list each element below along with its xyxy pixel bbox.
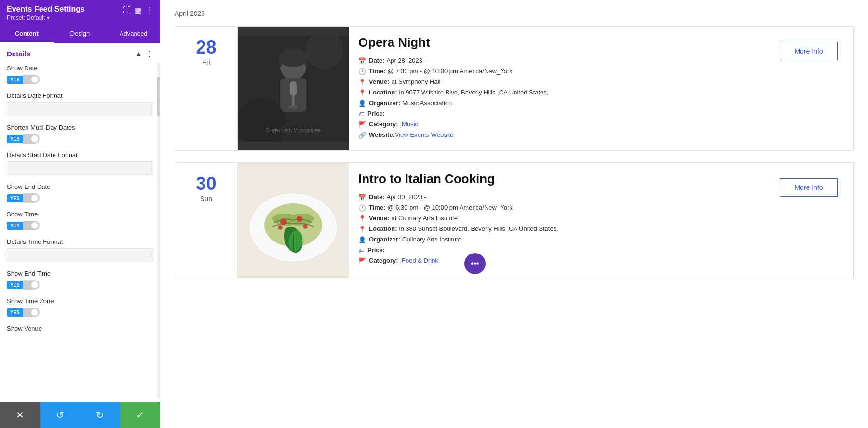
- show-timezone-label: Show Time Zone: [7, 297, 153, 305]
- panel-preset[interactable]: Preset: Default ▾: [7, 14, 85, 21]
- svg-point-14: [280, 218, 287, 225]
- details-time-format-field: Details Time Format: [7, 238, 153, 262]
- event-image-2: [238, 163, 349, 278]
- tab-design[interactable]: Design: [54, 25, 107, 43]
- svg-point-15: [297, 216, 302, 222]
- show-date-toggle[interactable]: YES: [7, 75, 153, 84]
- details-date-format-input[interactable]: [7, 102, 153, 116]
- detail-category-row: 🚩 Category: | Music: [358, 120, 770, 128]
- event-day-num: 28: [196, 38, 216, 56]
- more-info-wrap-2: More Info: [780, 163, 853, 278]
- show-end-date-toggle[interactable]: YES: [7, 193, 153, 203]
- toggle-knob3[interactable]: [23, 193, 40, 203]
- svg-point-16: [303, 224, 308, 229]
- venue-pin-icon-2: 📍: [358, 215, 366, 222]
- time-label-2: Time:: [369, 204, 385, 211]
- svg-point-5: [288, 105, 298, 109]
- tab-content[interactable]: Content: [0, 25, 54, 43]
- event-card-2: 30 Sun: [175, 162, 854, 278]
- venue-pin-icon: 📍: [358, 79, 366, 86]
- svg-point-17: [278, 225, 283, 230]
- tab-advanced[interactable]: Advanced: [107, 25, 160, 43]
- more-info-button-1[interactable]: More Info: [780, 42, 838, 60]
- more-info-wrap: More Info: [780, 27, 853, 150]
- organizer-val: Music Association: [402, 99, 452, 107]
- organizer-person-icon: 👤: [358, 100, 366, 107]
- detail-time-row: 🕐 Time: @ 7:30 pm - @ 10:00 pm America/N…: [358, 67, 770, 75]
- event-date-col-2: 30 Sun: [175, 163, 238, 278]
- show-time-toggle[interactable]: YES: [7, 221, 153, 230]
- right-content: April 2023 28 Fri: [160, 0, 868, 428]
- detail-venue-row-2: 📍 Venue: at Culinary Arts Institute: [358, 214, 770, 222]
- date-label: Date:: [369, 57, 385, 64]
- website-link[interactable]: View Events Website: [395, 131, 454, 138]
- event-image: Singer with Microphone: [238, 27, 349, 150]
- scrollbar-thumb[interactable]: [157, 77, 160, 116]
- shorten-multiday-label: Shorten Multi-Day Dates: [7, 124, 153, 131]
- details-start-date-field: Details Start Date Format: [7, 151, 153, 175]
- show-time-field: Show Time YES: [7, 211, 153, 230]
- event-day-name: Fri: [202, 58, 210, 66]
- calendar-icon-2: 📅: [358, 194, 366, 201]
- show-date-label: Show Date: [7, 65, 153, 72]
- venue-val-2: at Culinary Arts Institute: [392, 214, 458, 222]
- svg-point-6: [279, 48, 308, 67]
- event-day-num-2: 30: [196, 174, 216, 193]
- toggle-knob6[interactable]: [23, 308, 40, 317]
- toggle-knob2[interactable]: [23, 134, 40, 144]
- svg-rect-4: [292, 96, 295, 106]
- show-timezone-toggle[interactable]: YES: [7, 308, 153, 317]
- toggle-yes-label3: YES: [7, 194, 23, 202]
- toggle-knob5[interactable]: [23, 280, 40, 290]
- detail-price-row-2: 🏷 Price:: [358, 246, 770, 254]
- details-date-format-label: Details Date Format: [7, 92, 153, 99]
- show-time-label: Show Time: [7, 211, 153, 218]
- details-start-date-input[interactable]: [7, 161, 153, 175]
- detail-date-row: 📅 Date: Apr 28, 2023 -: [358, 57, 770, 65]
- month-label: April 2023: [175, 10, 854, 17]
- location-label: Location:: [369, 89, 397, 96]
- clock-icon-2: 🕐: [358, 204, 366, 212]
- clock-icon: 🕐: [358, 68, 366, 75]
- show-end-time-toggle[interactable]: YES: [7, 280, 153, 290]
- show-venue-label: Show Venue: [7, 325, 153, 332]
- maximize-icon[interactable]: ⛶: [123, 6, 131, 15]
- chevron-up-icon[interactable]: ▲: [135, 50, 142, 58]
- scrollbar-track[interactable]: [157, 63, 160, 399]
- details-date-format-field: Details Date Format: [7, 92, 153, 116]
- event-title: Opera Night: [358, 35, 770, 50]
- category-link[interactable]: Music: [402, 120, 418, 128]
- category-flag-icon-2: 🚩: [358, 257, 366, 265]
- show-venue-field: Show Venue: [7, 325, 153, 332]
- more-info-button-2[interactable]: More Info: [780, 178, 838, 197]
- dots-menu-icon[interactable]: ⋮: [146, 6, 153, 15]
- show-end-time-label: Show End Time: [7, 270, 153, 277]
- shorten-multiday-toggle[interactable]: YES: [7, 134, 153, 144]
- toggle-knob4[interactable]: [23, 221, 40, 230]
- save-button[interactable]: ✓: [120, 402, 160, 428]
- detail-website-row: 🔗 Website: View Events Website: [358, 131, 770, 139]
- category-link-2[interactable]: Food & Drink: [402, 257, 438, 264]
- location-val-2: in 380 Sunset Boulevard, Beverly Hills ,…: [399, 225, 558, 232]
- show-end-date-label: Show End Date: [7, 183, 153, 190]
- location-pin-icon-2: 📍: [358, 226, 366, 233]
- section-dots-icon[interactable]: ⋮: [146, 49, 153, 58]
- detail-location-row: 📍 Location: in 9077 Wilshire Blvd, Bever…: [358, 89, 770, 96]
- ellipsis-menu-bubble[interactable]: •••: [464, 253, 486, 274]
- venue-label: Venue:: [369, 78, 390, 85]
- panel-header: Events Feed Settings Preset: Default ▾ ⛶…: [0, 0, 160, 25]
- cancel-button[interactable]: ✕: [0, 402, 40, 428]
- reset-button[interactable]: ↺: [40, 402, 80, 428]
- venue-label-2: Venue:: [369, 214, 390, 222]
- venue-val: at Symphony Hall: [392, 78, 441, 85]
- bottom-bar: ✕ ↺ ↻ ✓: [0, 402, 160, 428]
- details-time-format-input[interactable]: [7, 248, 153, 262]
- detail-category-row-2: 🚩 Category: | Food & Drink •••: [358, 257, 770, 265]
- organizer-label: Organizer:: [369, 99, 400, 107]
- toggle-yes-label2: YES: [7, 135, 23, 143]
- panel-icons: ⛶ ▦ ⋮: [123, 6, 153, 15]
- redo-button[interactable]: ↻: [80, 402, 120, 428]
- organizer-val-2: Culinary Arts Institute: [402, 236, 461, 243]
- columns-icon[interactable]: ▦: [135, 6, 142, 15]
- toggle-knob[interactable]: [23, 75, 40, 84]
